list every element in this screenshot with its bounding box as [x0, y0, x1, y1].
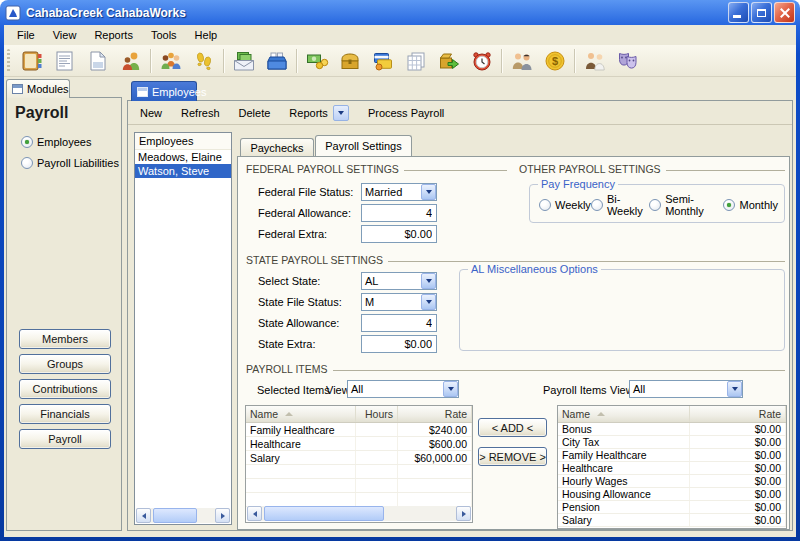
close-button[interactable]	[774, 2, 795, 23]
column-header-name[interactable]: Name	[558, 406, 690, 422]
selected-view-combo[interactable]: All	[347, 380, 459, 398]
footprints-button[interactable]	[187, 47, 220, 75]
table-row[interactable]: Housing Allowance$0.00	[558, 488, 786, 501]
scrollbar-track[interactable]	[151, 508, 215, 523]
sidebar-button-financials[interactable]: Financials	[19, 404, 111, 424]
list-item[interactable]: Meadows, Elaine	[135, 150, 231, 164]
column-label: Name	[250, 408, 278, 420]
tab-payroll-settings[interactable]: Payroll Settings	[315, 135, 412, 156]
column-header-rate[interactable]: Rate	[690, 406, 786, 422]
toolbar-grip[interactable]	[7, 49, 10, 73]
action-delete[interactable]: Delete	[239, 107, 271, 119]
select-state-combo[interactable]: AL	[361, 272, 437, 290]
menu-view[interactable]: View	[44, 26, 86, 44]
scroll-right-button[interactable]	[215, 508, 230, 523]
scroll-left-button[interactable]	[247, 506, 262, 521]
table-row[interactable]: Pension$0.00	[558, 501, 786, 514]
pay-frequency-weekly[interactable]: Weekly	[539, 197, 591, 213]
federal-allowance-input[interactable]	[361, 204, 437, 222]
state-extra-input[interactable]	[361, 335, 437, 353]
combo-dropdown-button[interactable]	[727, 381, 742, 397]
menu-file[interactable]: File	[8, 26, 44, 44]
combo-dropdown-button[interactable]	[443, 381, 458, 397]
sidebar-option-payroll-liabilities[interactable]: Payroll Liabilities	[21, 152, 119, 173]
maximize-button[interactable]	[751, 2, 772, 23]
federal-file-status-combo[interactable]: Married	[361, 183, 437, 201]
federal-extra-input[interactable]	[361, 225, 437, 243]
export-box-button[interactable]	[432, 47, 465, 75]
scrollbar-track[interactable]	[262, 506, 456, 521]
contacts-book-button[interactable]	[15, 47, 48, 75]
column-header-rate[interactable]: Rate	[398, 406, 472, 422]
mail-money-button[interactable]	[227, 47, 260, 75]
state-allowance-input[interactable]	[361, 314, 437, 332]
table-row[interactable]: Family Healthcare$240.00	[246, 423, 472, 437]
masks-button[interactable]	[611, 47, 644, 75]
action-reports[interactable]: Reports	[289, 105, 349, 121]
action-process-payroll[interactable]: Process Payroll	[368, 107, 444, 119]
sidebar-button-members[interactable]: Members	[19, 329, 111, 349]
combo-dropdown-button[interactable]	[421, 294, 436, 310]
document-button[interactable]	[81, 47, 114, 75]
grid-button[interactable]	[399, 47, 432, 75]
menu-tools[interactable]: Tools	[142, 26, 186, 44]
toolbar: $	[4, 45, 796, 77]
tab-modules[interactable]: Modules	[6, 79, 70, 98]
available-view-combo[interactable]: All	[629, 380, 743, 398]
action-new[interactable]: New	[140, 107, 162, 119]
treasure-chest-button[interactable]	[333, 47, 366, 75]
pay-frequency-bi-weekly[interactable]: Bi-Weekly	[591, 197, 649, 213]
table-row[interactable]: Healthcare$0.00	[558, 462, 786, 475]
remove-button[interactable]: > REMOVE >	[478, 447, 547, 466]
people-group-icon	[159, 49, 183, 73]
minimize-button[interactable]	[728, 2, 749, 23]
table-row[interactable]: Healthcare$600.00	[246, 437, 472, 451]
scrollbar-thumb[interactable]	[153, 508, 197, 523]
table-row[interactable]: Family Healthcare$0.00	[558, 449, 786, 462]
chevron-down-icon	[448, 387, 454, 391]
combo-dropdown-button[interactable]	[421, 184, 436, 200]
action-refresh[interactable]: Refresh	[181, 107, 220, 119]
scroll-left-button[interactable]	[136, 508, 151, 523]
people-group-button[interactable]	[154, 47, 187, 75]
dollar-coin-button[interactable]: $	[538, 47, 571, 75]
title-bar[interactable]: CahabaCreek CahabaWorks	[0, 0, 800, 25]
state-file-status-combo[interactable]: M	[361, 293, 437, 311]
people-pair-button[interactable]	[114, 47, 147, 75]
notes-button[interactable]	[48, 47, 81, 75]
state-misc-label: AL Miscellaneous Options	[468, 263, 601, 275]
sidebar-button-payroll[interactable]: Payroll	[19, 429, 111, 449]
pay-frequency-monthly[interactable]: Monthly	[723, 197, 778, 213]
pay-frequency-semi-monthly[interactable]: Semi-Monthly	[649, 197, 723, 213]
table-row[interactable]: Bonus$0.00	[558, 423, 786, 436]
horizontal-scrollbar[interactable]	[247, 506, 471, 521]
menu-help[interactable]: Help	[186, 26, 227, 44]
footprints-icon	[192, 49, 216, 73]
tab-employees-main[interactable]: Employees	[131, 81, 197, 101]
staff-button[interactable]	[505, 47, 538, 75]
column-header-hours[interactable]: Hours	[356, 406, 398, 422]
reports-dropdown-button[interactable]	[333, 105, 349, 121]
alarm-clock-button[interactable]	[465, 47, 498, 75]
menu-reports[interactable]: Reports	[85, 26, 142, 44]
table-row[interactable]: Salary$0.00	[558, 514, 786, 527]
table-row[interactable]: City Tax$0.00	[558, 436, 786, 449]
add-button[interactable]: < ADD <	[478, 418, 547, 437]
payment-cards-button[interactable]	[366, 47, 399, 75]
money-button[interactable]	[300, 47, 333, 75]
card-file-button[interactable]	[260, 47, 293, 75]
tab-paychecks[interactable]: Paychecks	[240, 138, 314, 156]
list-item[interactable]: Watson, Steve	[135, 164, 231, 178]
scrollbar-thumb[interactable]	[264, 506, 384, 521]
scroll-right-button[interactable]	[456, 506, 471, 521]
table-row[interactable]: Salary$60,000.00	[246, 451, 472, 465]
horizontal-scrollbar[interactable]	[136, 508, 230, 523]
column-header-name[interactable]: Name	[246, 406, 356, 422]
combo-dropdown-button[interactable]	[421, 273, 436, 289]
couple-button[interactable]	[578, 47, 611, 75]
sidebar-option-employees[interactable]: Employees	[21, 131, 119, 152]
sidebar-button-groups[interactable]: Groups	[19, 354, 111, 374]
table-row[interactable]: Hourly Wages$0.00	[558, 475, 786, 488]
module-heading: Payroll	[15, 104, 68, 122]
sidebar-button-contributions[interactable]: Contributions	[19, 379, 111, 399]
